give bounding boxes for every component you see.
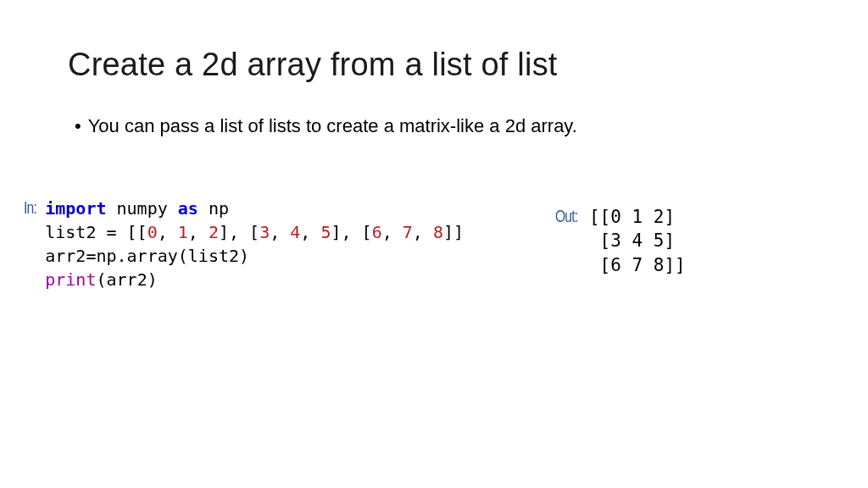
comma: , bbox=[158, 222, 178, 242]
num-1: 1 bbox=[178, 222, 188, 242]
bracket-end: ]] bbox=[443, 222, 464, 242]
bracket: ], [ bbox=[219, 222, 259, 242]
bullet-text: You can pass a list of lists to create a… bbox=[88, 115, 577, 137]
code-input: import numpy as np list2 = [[0, 1, 2], [… bbox=[45, 197, 464, 291]
code-region: In: import numpy as np list2 = [[0, 1, 2… bbox=[24, 197, 800, 291]
num-2: 2 bbox=[209, 222, 219, 242]
num-7: 7 bbox=[403, 222, 413, 242]
in-label: In: bbox=[24, 197, 36, 218]
output-group: Out: [[0 1 2] [3 4 5] [6 7 8]] bbox=[555, 205, 686, 277]
tok-numpy: numpy bbox=[107, 198, 178, 219]
num-3: 3 bbox=[259, 222, 270, 242]
tok-l4rest: (arr2) bbox=[96, 269, 157, 290]
bullet-dot-icon: • bbox=[75, 115, 81, 137]
line-3: arr2=np.array(list2) bbox=[45, 246, 249, 266]
tok-np: np bbox=[198, 198, 229, 219]
bullet-item: • You can pass a list of lists to create… bbox=[75, 115, 800, 137]
comma: , bbox=[382, 222, 403, 242]
comma: , bbox=[188, 222, 209, 242]
page-title: Create a 2d array from a list of list bbox=[68, 47, 800, 83]
num-0: 0 bbox=[147, 222, 158, 242]
out-label: Out: bbox=[555, 205, 577, 226]
num-8: 8 bbox=[433, 222, 443, 242]
kw-as: as bbox=[178, 198, 198, 219]
num-6: 6 bbox=[372, 222, 382, 242]
comma: , bbox=[300, 222, 320, 242]
fn-print: print bbox=[45, 269, 96, 290]
num-4: 4 bbox=[290, 222, 300, 242]
bracket: ], [ bbox=[331, 222, 372, 242]
comma: , bbox=[270, 222, 290, 242]
tok-l2a: list2 = [[ bbox=[45, 222, 147, 242]
num-5: 5 bbox=[320, 222, 331, 242]
code-output: [[0 1 2] [3 4 5] [6 7 8]] bbox=[589, 205, 686, 277]
comma: , bbox=[413, 222, 433, 242]
kw-import: import bbox=[45, 198, 106, 219]
